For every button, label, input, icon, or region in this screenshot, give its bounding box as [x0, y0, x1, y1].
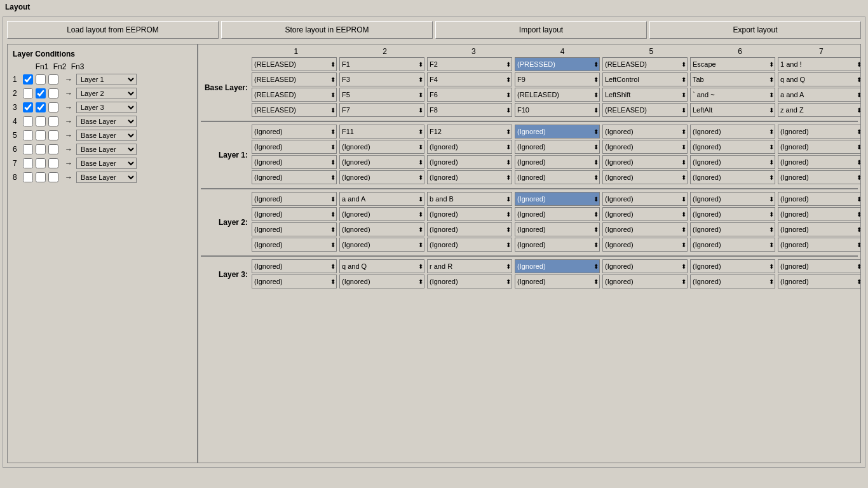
cell-select-r2-c1[interactable]: (Ignored) — [339, 155, 424, 169]
fn3-check-6[interactable] — [48, 144, 58, 154]
cell-select-r1-c0[interactable]: (Ignored) — [252, 140, 337, 154]
cell-select-r3-c0[interactable]: (Ignored) — [252, 238, 337, 252]
export-button[interactable]: Export layout — [649, 21, 861, 39]
layer-select-4[interactable]: Base Layer Layer 1 Layer 2 Layer 3 — [76, 116, 137, 127]
cell-select-r1-c2[interactable]: (Ignored) — [427, 274, 512, 288]
cell-select-r1-c1[interactable]: (Ignored) — [339, 140, 424, 154]
import-button[interactable]: Import layout — [435, 21, 647, 39]
fn2-check-3[interactable] — [36, 102, 46, 112]
fn3-check-7[interactable] — [48, 158, 58, 168]
fn1-check-7[interactable] — [23, 158, 33, 168]
cell-select-r3-c1[interactable]: F7 — [339, 103, 424, 117]
layer-select-8[interactable]: Base Layer Layer 1 Layer 2 Layer 3 — [76, 172, 137, 183]
fn2-check-5[interactable] — [36, 130, 46, 140]
cell-select-r3-c2[interactable]: (Ignored) — [427, 170, 512, 184]
cell-select-r3-c0[interactable]: (Ignored) — [252, 170, 337, 184]
cell-select-r0-c1[interactable]: F11 — [339, 125, 424, 139]
cell-select-r3-c5[interactable]: (Ignored) — [690, 170, 775, 184]
cell-select-r3-c2[interactable]: F8 — [427, 103, 512, 117]
cell-select-r0-c6[interactable]: (Ignored) — [778, 259, 860, 273]
cell-select-r3-c3[interactable]: (Ignored) — [515, 238, 600, 252]
cell-select-r0-c0[interactable]: (Ignored) — [252, 259, 337, 273]
cell-select-r2-c4[interactable]: (Ignored) — [602, 155, 688, 169]
cell-select-r1-c5[interactable]: (Ignored) — [690, 274, 775, 288]
cell-select-r1-c0[interactable]: (RELEASED) — [252, 72, 337, 86]
cell-select-r0-c3[interactable]: (Ignored) — [515, 192, 600, 206]
store-button[interactable]: Store layout in EEPROM — [221, 21, 433, 39]
cell-select-r1-c3[interactable]: F9 — [515, 72, 600, 86]
cell-select-r1-c6[interactable]: q and Q — [778, 72, 860, 86]
cell-select-r1-c5[interactable]: (Ignored) — [690, 207, 775, 221]
cell-select-r0-c0[interactable]: (Ignored) — [252, 192, 337, 206]
fn2-check-4[interactable] — [36, 116, 46, 126]
layer-select-1[interactable]: Base Layer Layer 1 Layer 2 Layer 3 — [76, 74, 137, 85]
fn1-check-6[interactable] — [23, 144, 33, 154]
cell-select-r2-c3[interactable]: (Ignored) — [515, 222, 600, 236]
cell-select-r2-c1[interactable]: (Ignored) — [339, 222, 424, 236]
cell-select-r3-c3[interactable]: F10 — [515, 103, 600, 117]
cell-select-r3-c4[interactable]: (Ignored) — [602, 170, 688, 184]
cell-select-r0-c5[interactable]: (Ignored) — [690, 259, 775, 273]
fn2-check-6[interactable] — [36, 144, 46, 154]
cell-select-r0-c2[interactable]: r and R — [427, 259, 512, 273]
cell-select-r1-c5[interactable]: Tab — [690, 72, 775, 86]
cell-select-r0-c1[interactable]: a and A — [339, 192, 424, 206]
cell-select-r0-c0[interactable]: (Ignored) — [252, 125, 337, 139]
cell-select-r3-c3[interactable]: (Ignored) — [515, 170, 600, 184]
cell-select-r3-c5[interactable]: LeftAlt — [690, 103, 775, 117]
fn1-check-8[interactable] — [23, 172, 33, 182]
fn2-check-7[interactable] — [36, 158, 46, 168]
fn3-check-3[interactable] — [48, 102, 58, 112]
cell-select-r2-c6[interactable]: a and A — [778, 88, 860, 102]
cell-select-r3-c2[interactable]: (Ignored) — [427, 238, 512, 252]
cell-select-r1-c3[interactable]: (Ignored) — [515, 274, 600, 288]
right-panel[interactable]: 1234567 Base Layer:(RELEASED)F1F2(PRESSE… — [198, 44, 860, 463]
fn1-check-4[interactable] — [23, 116, 33, 126]
cell-select-r0-c6[interactable]: 1 and ! — [778, 57, 860, 71]
cell-select-r0-c2[interactable]: b and B — [427, 192, 512, 206]
cell-select-r1-c1[interactable]: F3 — [339, 72, 424, 86]
cell-select-r1-c2[interactable]: (Ignored) — [427, 207, 512, 221]
fn3-check-8[interactable] — [48, 172, 58, 182]
cell-select-r1-c1[interactable]: (Ignored) — [339, 274, 424, 288]
layer-select-2[interactable]: Base Layer Layer 1 Layer 2 Layer 3 — [76, 88, 137, 99]
load-button[interactable]: Load layout from EEPROM — [7, 21, 219, 39]
fn2-check-8[interactable] — [36, 172, 46, 182]
cell-select-r0-c2[interactable]: F12 — [427, 125, 512, 139]
cell-select-r2-c3[interactable]: (RELEASED) — [515, 88, 600, 102]
cell-select-r2-c5[interactable]: (Ignored) — [690, 222, 775, 236]
cell-select-r1-c3[interactable]: (Ignored) — [515, 140, 600, 154]
cell-select-r1-c4[interactable]: (Ignored) — [602, 207, 688, 221]
cell-select-r0-c2[interactable]: F2 — [427, 57, 512, 71]
cell-select-r1-c4[interactable]: (Ignored) — [602, 140, 688, 154]
fn3-check-1[interactable] — [48, 74, 58, 85]
cell-select-r1-c6[interactable]: (Ignored) — [778, 140, 860, 154]
cell-select-r3-c0[interactable]: (RELEASED) — [252, 103, 337, 117]
cell-select-r2-c2[interactable]: F6 — [427, 88, 512, 102]
cell-select-r2-c1[interactable]: F5 — [339, 88, 424, 102]
cell-select-r2-c3[interactable]: (Ignored) — [515, 155, 600, 169]
cell-select-r3-c4[interactable]: (RELEASED) — [602, 103, 688, 117]
cell-select-r2-c2[interactable]: (Ignored) — [427, 222, 512, 236]
cell-select-r1-c3[interactable]: (Ignored) — [515, 207, 600, 221]
cell-select-r0-c3[interactable]: (Ignored) — [515, 259, 600, 273]
cell-select-r0-c3[interactable]: (Ignored) — [515, 125, 600, 139]
cell-select-r3-c1[interactable]: (Ignored) — [339, 170, 424, 184]
cell-select-r0-c5[interactable]: (Ignored) — [690, 192, 775, 206]
cell-select-r1-c4[interactable]: LeftControl — [602, 72, 688, 86]
cell-select-r1-c2[interactable]: (Ignored) — [427, 140, 512, 154]
fn1-check-2[interactable] — [23, 88, 33, 98]
cell-select-r3-c4[interactable]: (Ignored) — [602, 238, 688, 252]
cell-select-r0-c1[interactable]: q and Q — [339, 259, 424, 273]
cell-select-r1-c6[interactable]: (Ignored) — [778, 274, 860, 288]
cell-select-r1-c1[interactable]: (Ignored) — [339, 207, 424, 221]
cell-select-r1-c0[interactable]: (Ignored) — [252, 274, 337, 288]
cell-select-r1-c2[interactable]: F4 — [427, 72, 512, 86]
cell-select-r3-c6[interactable]: (Ignored) — [778, 238, 860, 252]
cell-select-r0-c4[interactable]: (Ignored) — [602, 259, 688, 273]
cell-select-r1-c4[interactable]: (Ignored) — [602, 274, 688, 288]
cell-select-r2-c0[interactable]: (RELEASED) — [252, 88, 337, 102]
cell-select-r0-c4[interactable]: (RELEASED) — [602, 57, 688, 71]
cell-select-r0-c5[interactable]: (Ignored) — [690, 125, 775, 139]
cell-select-r2-c0[interactable]: (Ignored) — [252, 222, 337, 236]
